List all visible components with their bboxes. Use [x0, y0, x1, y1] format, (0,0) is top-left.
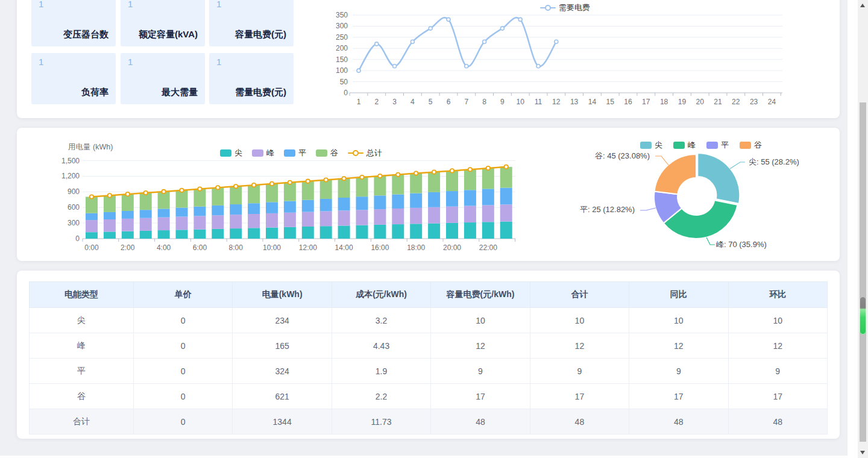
scrollbar-down-arrow-icon[interactable] [860, 451, 865, 454]
svg-text:11: 11 [535, 98, 542, 106]
svg-text:2: 2 [374, 98, 379, 106]
color-swatch-icon [673, 142, 685, 149]
energy-stacked-bar-chart[interactable]: 03006009001,2001,5000:002:004:006:008:00… [53, 152, 541, 260]
svg-text:16:00: 16:00 [371, 243, 389, 252]
svg-text:22: 22 [732, 98, 740, 106]
scrollbar-thumb[interactable] [860, 102, 866, 442]
table-cell: 0 [134, 308, 233, 333]
table-cell: 10 [728, 308, 827, 333]
stat-card: 1额定容量(kVA) [121, 0, 205, 46]
stat-card-value: 1 [39, 0, 43, 9]
table-cell: 12 [728, 333, 827, 359]
stat-card-value: 1 [128, 57, 133, 67]
table-header-cell: 同比 [629, 282, 728, 308]
table-cell: 1.9 [332, 359, 430, 384]
svg-text:21: 21 [714, 98, 722, 106]
page-gutter [848, 0, 858, 458]
table-cell: 48 [629, 409, 728, 434]
table-cell: 12 [629, 333, 728, 359]
table-cell: 10 [530, 308, 629, 333]
table-header-cell: 合计 [530, 282, 629, 308]
table-header-cell: 电量(kWh) [233, 282, 332, 308]
svg-text:10:00: 10:00 [263, 243, 281, 252]
svg-text:17: 17 [642, 98, 650, 106]
svg-text:20: 20 [696, 98, 705, 106]
svg-text:14:00: 14:00 [335, 243, 353, 252]
svg-text:14: 14 [588, 98, 597, 106]
stat-card-label: 容量电费(元) [235, 29, 286, 40]
dashboard-page: 1变压器台数1额定容量(kVA)1容量电费(元)1负荷率1最大需量1需量电费(元… [0, 0, 868, 458]
table-cell: 48 [530, 409, 629, 434]
svg-text:7: 7 [464, 98, 468, 106]
svg-text:1: 1 [357, 98, 361, 106]
table-cell: 0 [134, 359, 233, 384]
stat-card-value: 1 [216, 0, 221, 9]
svg-text:300: 300 [336, 22, 348, 30]
stat-card: 1需量电费(元) [209, 53, 294, 104]
svg-text:600: 600 [68, 203, 80, 212]
stat-card-label: 需量电费(元) [235, 87, 286, 98]
table-header-cell: 单价 [134, 282, 233, 308]
table-cell: 4.43 [332, 333, 430, 359]
stat-card: 1最大需量 [121, 53, 205, 104]
table-cell: 10 [431, 308, 530, 333]
bar-chart-y-axis-title: 用电量 (kWh) [68, 142, 113, 152]
table-cell: 324 [233, 359, 332, 384]
stat-card: 1容量电费(元) [209, 0, 294, 46]
stat-card: 1变压器台数 [31, 0, 116, 46]
svg-text:4: 4 [410, 98, 415, 106]
svg-text:23: 23 [750, 98, 758, 106]
svg-text:10: 10 [517, 98, 525, 106]
table-cell: 234 [233, 308, 332, 333]
stat-card-label: 变压器台数 [63, 29, 108, 40]
stat-card: 1负荷率 [31, 53, 116, 104]
color-swatch-icon [740, 142, 751, 149]
table-row: 平03241.99999 [30, 359, 828, 384]
svg-text:0: 0 [344, 89, 348, 97]
table-cell: 17 [431, 384, 530, 409]
color-swatch-icon [640, 142, 652, 149]
svg-text:9: 9 [500, 98, 505, 106]
stat-card-label: 额定容量(kVA) [139, 29, 198, 40]
table-cell: 尖 [30, 308, 134, 333]
svg-text:200: 200 [336, 44, 348, 52]
table-cell: 9 [629, 359, 728, 384]
table-cell: 17 [530, 384, 629, 409]
svg-text:6:00: 6:00 [193, 243, 207, 252]
table-panel: 电能类型单价电量(kWh)成本(元/kWh)容量电费(元/kWh)合计同比环比尖… [17, 271, 840, 439]
table-cell: 9 [530, 359, 629, 384]
table-cell: 合计 [30, 409, 134, 434]
browser-scrollbar[interactable] [858, 0, 868, 458]
stat-card-value: 1 [39, 57, 43, 67]
table-header-cell: 容量电费(元/kWh) [431, 282, 530, 308]
table-cell: 1344 [233, 409, 332, 434]
svg-text:5: 5 [429, 98, 433, 106]
table-cell: 12 [431, 333, 530, 359]
svg-text:13: 13 [570, 98, 579, 106]
svg-text:6: 6 [447, 98, 451, 106]
table-cell: 谷 [30, 384, 134, 409]
svg-text:300: 300 [68, 219, 80, 227]
svg-text:3: 3 [392, 98, 397, 106]
table-row: 合计0134411.7348484848 [30, 409, 828, 434]
stat-card-value: 1 [216, 57, 221, 67]
summary-panel: 1变压器台数1额定容量(kVA)1容量电费(元)1负荷率1最大需量1需量电费(元… [17, 0, 840, 118]
energy-panel: 用电量 (kWh) 尖峰平谷总计 03006009001,2001,5000:0… [17, 128, 840, 261]
color-swatch-icon [706, 142, 718, 149]
content-area: 1变压器台数1额定容量(kVA)1容量电费(元)1负荷率1最大需量1需量电费(元… [0, 0, 848, 456]
table-cell: 9 [431, 359, 530, 384]
svg-text:18: 18 [660, 98, 668, 106]
svg-text:20:00: 20:00 [443, 243, 461, 252]
table-row: 谷06212.217171717 [30, 384, 828, 409]
demand-fee-line-chart[interactable]: 0501001502002503003501234567891011121314… [318, 0, 849, 111]
svg-text:100: 100 [336, 66, 348, 75]
svg-text:8:00: 8:00 [229, 243, 244, 252]
scrollbar-up-arrow-icon[interactable] [860, 4, 865, 7]
table-row: 尖02343.210101010 [30, 308, 828, 333]
table-header-row: 电能类型单价电量(kWh)成本(元/kWh)容量电费(元/kWh)合计同比环比 [30, 282, 828, 308]
svg-text:19: 19 [678, 98, 687, 106]
pie-label-jian: 尖: 55 (28.2%) [749, 157, 799, 168]
svg-text:4:00: 4:00 [157, 243, 171, 252]
svg-text:0:00: 0:00 [84, 243, 99, 252]
table-cell: 12 [530, 333, 629, 359]
